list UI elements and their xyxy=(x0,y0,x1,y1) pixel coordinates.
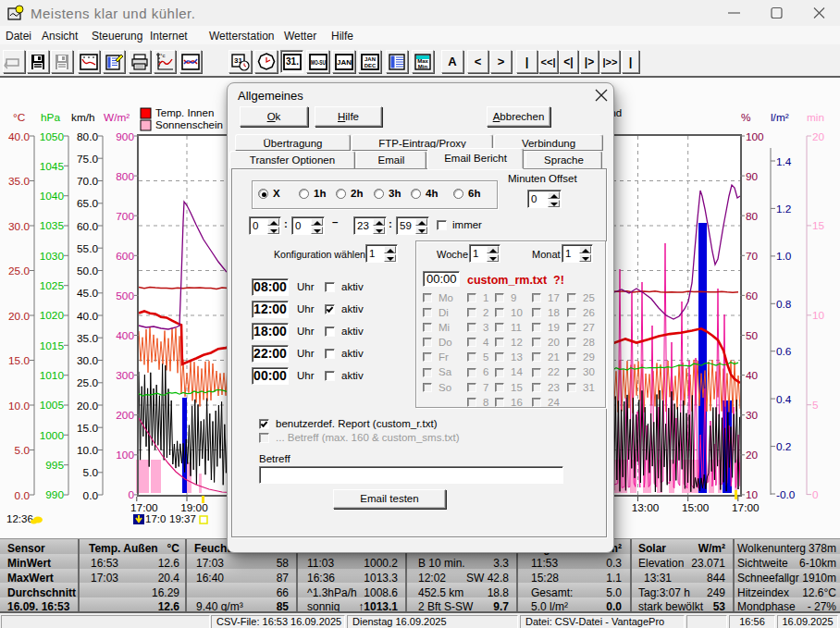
svg-text:1.2: 1.2 xyxy=(776,203,791,215)
svg-text:1015: 1015 xyxy=(40,339,65,352)
svg-text:75.0: 75.0 xyxy=(77,153,98,166)
svg-text:10.0: 10.0 xyxy=(77,444,98,457)
svg-text:20: 20 xyxy=(812,130,825,143)
svg-text:12:36: 12:36 xyxy=(6,513,33,524)
svg-text:500: 500 xyxy=(116,289,134,302)
svg-text:55.0: 55.0 xyxy=(77,242,98,255)
svg-text:35.0: 35.0 xyxy=(8,175,30,188)
svg-text:1.4: 1.4 xyxy=(776,155,792,168)
svg-text:15.0: 15.0 xyxy=(77,422,98,435)
svg-text:5.0: 5.0 xyxy=(83,466,99,479)
svg-text:17:0: 17:0 xyxy=(145,513,166,524)
svg-text:900: 900 xyxy=(116,130,134,143)
svg-text:30: 30 xyxy=(746,409,759,422)
svg-text:100: 100 xyxy=(116,449,134,462)
svg-text:0.2: 0.2 xyxy=(776,440,791,453)
svg-text:30.0: 30.0 xyxy=(77,354,98,367)
svg-text:17:00: 17:00 xyxy=(732,501,760,514)
svg-text:W/m²: W/m² xyxy=(104,111,130,124)
svg-text:0.0: 0.0 xyxy=(15,489,31,502)
svg-text:40.0: 40.0 xyxy=(8,130,30,143)
svg-text:1005: 1005 xyxy=(40,399,65,412)
svg-text:0: 0 xyxy=(128,488,134,501)
svg-text:19:37: 19:37 xyxy=(169,513,196,524)
svg-text:60: 60 xyxy=(746,289,759,302)
svg-text:15.0: 15.0 xyxy=(8,354,30,367)
svg-text:70.0: 70.0 xyxy=(77,175,98,188)
svg-text:1045: 1045 xyxy=(40,160,65,173)
svg-text:990: 990 xyxy=(45,488,64,501)
svg-text:1040: 1040 xyxy=(40,190,65,203)
svg-text:1000: 1000 xyxy=(40,429,65,442)
svg-text:19:00: 19:00 xyxy=(180,501,208,514)
svg-text:15:00: 15:00 xyxy=(682,501,710,514)
svg-text:45.0: 45.0 xyxy=(77,287,98,300)
svg-text:0.8: 0.8 xyxy=(776,298,792,311)
svg-text:50: 50 xyxy=(746,329,759,342)
svg-text:50.0: 50.0 xyxy=(77,265,98,277)
svg-text:1035: 1035 xyxy=(40,219,65,232)
svg-text:200: 200 xyxy=(116,409,134,422)
svg-text:90: 90 xyxy=(746,170,759,183)
svg-text:1050: 1050 xyxy=(40,130,65,143)
svg-text:13:00: 13:00 xyxy=(632,501,660,514)
svg-text:400: 400 xyxy=(116,329,134,342)
svg-text:15: 15 xyxy=(812,219,825,232)
svg-text:km/h: km/h xyxy=(71,111,95,124)
svg-text:25.0: 25.0 xyxy=(8,265,30,277)
svg-text:0.6: 0.6 xyxy=(776,345,792,358)
svg-text:35.0: 35.0 xyxy=(77,332,98,345)
svg-text:20: 20 xyxy=(746,449,759,462)
svg-text:1025: 1025 xyxy=(40,279,65,292)
svg-text:5.0: 5.0 xyxy=(15,444,31,457)
svg-text:hPa: hPa xyxy=(41,111,60,124)
svg-text:995: 995 xyxy=(45,459,64,472)
svg-text:17:00: 17:00 xyxy=(130,501,158,514)
svg-text:30.0: 30.0 xyxy=(8,220,30,233)
svg-text:300: 300 xyxy=(116,369,134,382)
svg-text:20.0: 20.0 xyxy=(77,400,98,413)
svg-text:40.0: 40.0 xyxy=(77,310,98,323)
svg-text:Temp. Innen: Temp. Innen xyxy=(155,107,214,118)
svg-text:1010: 1010 xyxy=(40,369,65,382)
svg-text:5: 5 xyxy=(812,399,819,412)
svg-text:600: 600 xyxy=(116,250,134,263)
svg-text:-0.0: -0.0 xyxy=(776,488,796,501)
svg-text:%: % xyxy=(741,111,751,124)
svg-text:1020: 1020 xyxy=(40,309,65,322)
svg-text:1.0: 1.0 xyxy=(776,250,792,263)
svg-text:80: 80 xyxy=(746,210,759,223)
svg-text:70: 70 xyxy=(746,250,759,263)
svg-text:25.0: 25.0 xyxy=(77,376,98,389)
svg-text:0: 0 xyxy=(812,488,819,501)
svg-text:10: 10 xyxy=(746,488,759,501)
svg-text:0.4: 0.4 xyxy=(776,393,792,406)
svg-text:°C: °C xyxy=(13,111,26,124)
svg-text:10.0: 10.0 xyxy=(8,400,30,413)
svg-text:40: 40 xyxy=(746,369,759,382)
svg-text:65.0: 65.0 xyxy=(77,197,98,210)
svg-text:min: min xyxy=(807,111,824,124)
svg-text:Sonnenschein: Sonnenschein xyxy=(155,119,223,130)
svg-text:80.0: 80.0 xyxy=(77,130,98,143)
svg-text:l/m²: l/m² xyxy=(771,111,789,124)
svg-text:800: 800 xyxy=(116,170,134,183)
svg-text:1030: 1030 xyxy=(40,250,65,263)
svg-text:10: 10 xyxy=(812,309,825,322)
svg-text:60.0: 60.0 xyxy=(77,220,98,233)
svg-text:20.0: 20.0 xyxy=(8,310,30,323)
svg-text:0.0: 0.0 xyxy=(83,489,99,502)
svg-text:100: 100 xyxy=(746,130,764,143)
svg-text:700: 700 xyxy=(116,210,134,223)
